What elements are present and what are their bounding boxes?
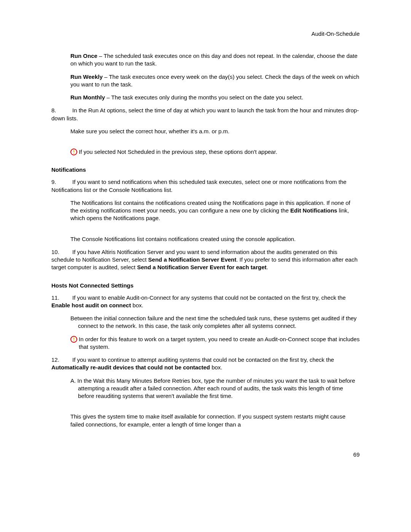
run-monthly-para: Run Monthly – The task executes only dur… xyxy=(70,94,360,101)
run-weekly-text: – The task executes once every week on t… xyxy=(70,73,359,88)
step-12-subA: A. In the Wait this Many Minutes Before … xyxy=(70,377,360,400)
step-11-num: 11. xyxy=(51,294,72,302)
step-8: 8.In the Run At options, select the time… xyxy=(51,107,360,122)
run-weekly-para: Run Weekly – The task executes once ever… xyxy=(70,73,360,89)
note-1-text: If you selected Not Scheduled in the pre… xyxy=(79,148,277,156)
step-10-bold1: Send a Notification Server Event xyxy=(148,256,236,263)
step-10-bold2: Send a Notification Server Event for eac… xyxy=(137,264,266,270)
step-9-num: 9. xyxy=(51,178,72,186)
step-8-text: In the Run At options, select the time o… xyxy=(51,107,359,121)
run-once-text: – The scheduled task executes once on th… xyxy=(70,53,357,67)
svg-rect-4 xyxy=(73,337,74,340)
step-11-text2: box. xyxy=(131,302,143,308)
step-11-bold: Enable host audit on connect xyxy=(51,302,131,308)
run-monthly-label: Run Monthly xyxy=(70,94,105,101)
page-header: Audit-On-Schedule xyxy=(51,30,360,37)
hosts-heading: Hosts Not Connected Settings xyxy=(51,282,360,289)
note-2-text: In order for this feature to work on a t… xyxy=(79,335,360,351)
step-12-text1: If you want to continue to attempt audit… xyxy=(72,356,334,363)
step-10-text3: . xyxy=(266,264,268,270)
step-11: 11.If you want to enable Audit-on-Connec… xyxy=(51,294,360,310)
step-11-sub: Between the initial connection failure a… xyxy=(70,315,360,330)
step-9-sub1: The Notifications list contains the noti… xyxy=(70,199,360,222)
run-monthly-text: – The task executes only during the mont… xyxy=(105,94,303,101)
step-9-sub2: The Console Notifications list contains … xyxy=(70,235,360,243)
page-content: Audit-On-Schedule Run Once – The schedul… xyxy=(0,0,411,473)
step-12-subB: This gives the system time to make itsel… xyxy=(70,413,360,428)
header-title: Audit-On-Schedule xyxy=(311,30,360,37)
edit-notifications-bold: Edit Notifications xyxy=(290,207,337,214)
step-11-text1: If you want to enable Audit-on-Connect f… xyxy=(72,294,346,301)
run-once-para: Run Once – The scheduled task executes o… xyxy=(70,52,360,68)
step-10: 10.If you have Altiris Notification Serv… xyxy=(51,248,360,272)
run-weekly-label: Run Weekly xyxy=(70,73,103,80)
step-8-sub: Make sure you select the correct hour, w… xyxy=(70,128,360,135)
run-once-label: Run Once xyxy=(70,53,97,59)
step-8-num: 8. xyxy=(51,107,72,114)
notifications-heading: Notifications xyxy=(51,166,360,173)
svg-rect-2 xyxy=(73,153,74,154)
step-12-text2: box. xyxy=(210,364,223,371)
page-number: 69 xyxy=(51,451,360,458)
step-12-num: 12. xyxy=(51,356,72,364)
step-12: 12.If you want to continue to attempt au… xyxy=(51,356,360,372)
step-12-bold: Automatically re-audit devices that coul… xyxy=(51,364,210,371)
warning-icon xyxy=(70,149,77,155)
step-10-num: 10. xyxy=(51,248,72,256)
svg-rect-5 xyxy=(73,340,74,341)
step-9: 9.If you want to send notifications when… xyxy=(51,178,360,194)
note-2: In order for this feature to work on a t… xyxy=(70,335,360,351)
svg-rect-1 xyxy=(73,150,74,152)
warning-icon xyxy=(70,336,77,343)
note-1: If you selected Not Scheduled in the pre… xyxy=(70,148,360,156)
step-9-text: If you want to send notifications when t… xyxy=(51,179,346,193)
